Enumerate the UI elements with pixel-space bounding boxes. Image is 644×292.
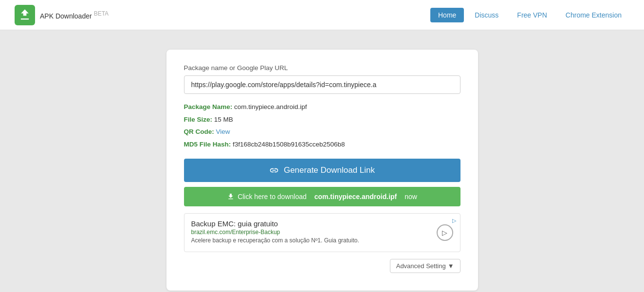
logo-title: APK DownloaderBETA <box>40 10 109 20</box>
download-now-button[interactable]: Click here to download com.tinypiece.and… <box>184 187 460 206</box>
chevron-down-icon: ▼ <box>448 262 454 270</box>
advanced-setting-area: Advanced Setting ▼ <box>184 259 460 273</box>
md5-row: MD5 File Hash: f3f168cb248b1508b91635cce… <box>184 138 460 151</box>
qr-code-view-link[interactable]: View <box>216 128 230 135</box>
app-logo-icon <box>15 5 35 25</box>
navigation: Home Discuss Free VPN Chrome Extension <box>430 8 629 22</box>
qr-code-label: QR Code: <box>184 128 214 135</box>
qr-code-row: QR Code: View <box>184 126 460 138</box>
package-name-value: com.tinypiece.android.ipf <box>234 103 307 110</box>
ad-badge: ▷ <box>452 218 456 224</box>
nav-chrome-extension[interactable]: Chrome Extension <box>558 8 629 22</box>
url-input[interactable] <box>184 75 460 94</box>
nav-discuss[interactable]: Discuss <box>467 8 506 22</box>
package-name-row: Package Name: com.tinypiece.android.ipf <box>184 101 460 113</box>
download-icon <box>227 193 235 201</box>
package-info: Package Name: com.tinypiece.android.ipf … <box>184 101 460 151</box>
generate-download-link-button[interactable]: Generate Download Link <box>184 159 460 182</box>
logo-beta: BETA <box>94 10 109 17</box>
advertisement-area: ▷ Backup EMC: guia gratuito brazil.emc.c… <box>184 213 460 252</box>
download-btn-package: com.tinypiece.android.ipf <box>314 193 397 201</box>
ad-link[interactable]: brazil.emc.com/Enterprise-Backup <box>191 229 453 236</box>
download-btn-suffix: now <box>405 193 417 201</box>
header: APK DownloaderBETA Home Discuss Free VPN… <box>0 0 644 30</box>
file-size-value: 15 MB <box>214 116 233 123</box>
link-icon <box>269 165 279 175</box>
file-size-row: File Size: 15 MB <box>184 113 460 126</box>
main-card: Package name or Google Play URL Package … <box>166 50 478 291</box>
file-size-label: File Size: <box>184 116 213 123</box>
url-input-label: Package name or Google Play URL <box>184 64 460 72</box>
package-name-label: Package Name: <box>184 103 233 110</box>
md5-label: MD5 File Hash: <box>184 141 231 148</box>
nav-free-vpn[interactable]: Free VPN <box>509 8 554 22</box>
download-btn-prefix: Click here to download <box>238 193 307 201</box>
advanced-setting-button[interactable]: Advanced Setting ▼ <box>390 259 460 273</box>
ad-description: Acelere backup e recuperação com a soluç… <box>191 237 453 244</box>
ad-arrow-icon[interactable]: ▷ <box>437 224 453 241</box>
md5-value: f3f168cb248b1508b91635cceb2506b8 <box>233 141 345 148</box>
ad-title: Backup EMC: guia gratuito <box>191 219 453 228</box>
logo-area: APK DownloaderBETA <box>15 5 109 25</box>
nav-home[interactable]: Home <box>430 8 464 22</box>
generate-button-label: Generate Download Link <box>284 165 375 175</box>
advanced-setting-label: Advanced Setting <box>396 262 446 270</box>
main-content: Package name or Google Play URL Package … <box>0 30 644 292</box>
